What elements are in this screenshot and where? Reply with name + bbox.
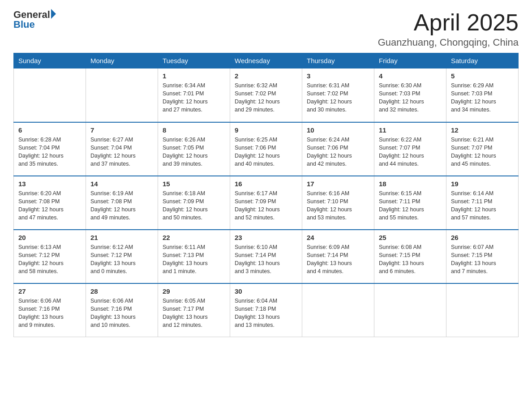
day-number: 7 — [90, 126, 153, 134]
calendar-cell: 8Sunrise: 6:26 AM Sunset: 7:05 PM Daylig… — [158, 122, 230, 176]
calendar-cell: 30Sunrise: 6:04 AM Sunset: 7:18 PM Dayli… — [230, 283, 302, 337]
day-number: 11 — [379, 126, 442, 134]
logo-blue: Blue — [13, 19, 56, 30]
calendar-header-wednesday: Wednesday — [230, 53, 302, 68]
calendar-cell — [302, 283, 374, 337]
day-number: 20 — [18, 234, 81, 241]
day-info: Sunrise: 6:26 AM Sunset: 7:05 PM Dayligh… — [163, 136, 225, 168]
day-info: Sunrise: 6:18 AM Sunset: 7:09 PM Dayligh… — [163, 189, 225, 222]
day-info: Sunrise: 6:06 AM Sunset: 7:16 PM Dayligh… — [18, 297, 81, 330]
day-info: Sunrise: 6:08 AM Sunset: 7:15 PM Dayligh… — [379, 243, 442, 276]
calendar-cell: 9Sunrise: 6:25 AM Sunset: 7:06 PM Daylig… — [230, 122, 302, 176]
calendar-cell: 23Sunrise: 6:10 AM Sunset: 7:14 PM Dayli… — [230, 230, 302, 283]
calendar-subtitle: Guanzhuang, Chongqing, China — [378, 37, 519, 48]
day-info: Sunrise: 6:17 AM Sunset: 7:09 PM Dayligh… — [235, 189, 297, 222]
calendar-header-saturday: Saturday — [446, 53, 519, 68]
day-number: 28 — [90, 287, 153, 295]
day-info: Sunrise: 6:32 AM Sunset: 7:02 PM Dayligh… — [235, 81, 297, 114]
calendar-header-thursday: Thursday — [302, 53, 374, 68]
calendar-cell: 5Sunrise: 6:29 AM Sunset: 7:03 PM Daylig… — [446, 68, 519, 122]
day-number: 17 — [307, 180, 369, 188]
calendar-cell: 3Sunrise: 6:31 AM Sunset: 7:02 PM Daylig… — [302, 68, 374, 122]
day-info: Sunrise: 6:19 AM Sunset: 7:08 PM Dayligh… — [90, 189, 153, 222]
calendar-cell — [374, 283, 446, 337]
calendar-header-tuesday: Tuesday — [158, 53, 230, 68]
day-info: Sunrise: 6:14 AM Sunset: 7:11 PM Dayligh… — [451, 189, 514, 222]
day-info: Sunrise: 6:11 AM Sunset: 7:13 PM Dayligh… — [163, 243, 225, 276]
day-number: 10 — [307, 126, 369, 134]
day-number: 24 — [307, 234, 369, 241]
day-number: 26 — [451, 234, 514, 241]
logo-triangle-icon — [51, 9, 56, 19]
day-info: Sunrise: 6:20 AM Sunset: 7:08 PM Dayligh… — [18, 189, 81, 222]
day-number: 27 — [18, 287, 81, 295]
calendar-title: April 2025 — [378, 9, 519, 36]
calendar-cell: 26Sunrise: 6:07 AM Sunset: 7:15 PM Dayli… — [446, 230, 519, 283]
day-info: Sunrise: 6:09 AM Sunset: 7:14 PM Dayligh… — [307, 243, 369, 276]
calendar-header-sunday: Sunday — [14, 53, 86, 68]
day-number: 3 — [307, 72, 369, 80]
day-number: 6 — [18, 126, 81, 134]
calendar-cell: 28Sunrise: 6:06 AM Sunset: 7:16 PM Dayli… — [86, 283, 158, 337]
day-number: 22 — [163, 234, 225, 241]
calendar-cell: 21Sunrise: 6:12 AM Sunset: 7:12 PM Dayli… — [86, 230, 158, 283]
page-header: General Blue April 2025 Guanzhuang, Chon… — [13, 9, 519, 48]
day-number: 4 — [379, 72, 442, 80]
day-number: 8 — [163, 126, 225, 134]
day-number: 5 — [451, 72, 514, 80]
calendar-cell: 24Sunrise: 6:09 AM Sunset: 7:14 PM Dayli… — [302, 230, 374, 283]
day-info: Sunrise: 6:05 AM Sunset: 7:17 PM Dayligh… — [163, 297, 225, 330]
calendar-week-3: 13Sunrise: 6:20 AM Sunset: 7:08 PM Dayli… — [14, 176, 519, 230]
calendar-cell — [86, 68, 158, 122]
day-number: 1 — [163, 72, 225, 80]
calendar-cell: 27Sunrise: 6:06 AM Sunset: 7:16 PM Dayli… — [14, 283, 86, 337]
calendar-header-friday: Friday — [374, 53, 446, 68]
day-info: Sunrise: 6:07 AM Sunset: 7:15 PM Dayligh… — [451, 243, 514, 276]
calendar-cell: 12Sunrise: 6:21 AM Sunset: 7:07 PM Dayli… — [446, 122, 519, 176]
calendar-cell: 16Sunrise: 6:17 AM Sunset: 7:09 PM Dayli… — [230, 176, 302, 230]
calendar-cell: 4Sunrise: 6:30 AM Sunset: 7:03 PM Daylig… — [374, 68, 446, 122]
day-info: Sunrise: 6:10 AM Sunset: 7:14 PM Dayligh… — [235, 243, 297, 276]
calendar-cell: 15Sunrise: 6:18 AM Sunset: 7:09 PM Dayli… — [158, 176, 230, 230]
calendar-header-row: SundayMondayTuesdayWednesdayThursdayFrid… — [14, 53, 519, 68]
day-info: Sunrise: 6:24 AM Sunset: 7:06 PM Dayligh… — [307, 136, 369, 168]
day-info: Sunrise: 6:29 AM Sunset: 7:03 PM Dayligh… — [451, 81, 514, 114]
day-number: 21 — [90, 234, 153, 241]
day-info: Sunrise: 6:16 AM Sunset: 7:10 PM Dayligh… — [307, 189, 369, 222]
day-number: 23 — [235, 234, 297, 241]
calendar-cell: 20Sunrise: 6:13 AM Sunset: 7:12 PM Dayli… — [14, 230, 86, 283]
calendar-week-1: 1Sunrise: 6:34 AM Sunset: 7:01 PM Daylig… — [14, 68, 519, 122]
day-info: Sunrise: 6:15 AM Sunset: 7:11 PM Dayligh… — [379, 189, 442, 222]
calendar-cell: 17Sunrise: 6:16 AM Sunset: 7:10 PM Dayli… — [302, 176, 374, 230]
day-number: 9 — [235, 126, 297, 134]
day-info: Sunrise: 6:12 AM Sunset: 7:12 PM Dayligh… — [90, 243, 153, 276]
day-info: Sunrise: 6:21 AM Sunset: 7:07 PM Dayligh… — [451, 136, 514, 168]
calendar-cell: 7Sunrise: 6:27 AM Sunset: 7:04 PM Daylig… — [86, 122, 158, 176]
day-number: 30 — [235, 287, 297, 295]
day-number: 16 — [235, 180, 297, 188]
day-info: Sunrise: 6:06 AM Sunset: 7:16 PM Dayligh… — [90, 297, 153, 330]
calendar-cell: 11Sunrise: 6:22 AM Sunset: 7:07 PM Dayli… — [374, 122, 446, 176]
day-info: Sunrise: 6:13 AM Sunset: 7:12 PM Dayligh… — [18, 243, 81, 276]
calendar-week-5: 27Sunrise: 6:06 AM Sunset: 7:16 PM Dayli… — [14, 283, 519, 337]
day-number: 19 — [451, 180, 514, 188]
calendar-cell: 13Sunrise: 6:20 AM Sunset: 7:08 PM Dayli… — [14, 176, 86, 230]
calendar-cell — [14, 68, 86, 122]
calendar-cell: 19Sunrise: 6:14 AM Sunset: 7:11 PM Dayli… — [446, 176, 519, 230]
day-number: 18 — [379, 180, 442, 188]
day-info: Sunrise: 6:22 AM Sunset: 7:07 PM Dayligh… — [379, 136, 442, 168]
calendar-cell: 14Sunrise: 6:19 AM Sunset: 7:08 PM Dayli… — [86, 176, 158, 230]
calendar-header-monday: Monday — [86, 53, 158, 68]
day-info: Sunrise: 6:31 AM Sunset: 7:02 PM Dayligh… — [307, 81, 369, 114]
day-number: 12 — [451, 126, 514, 134]
calendar-cell: 29Sunrise: 6:05 AM Sunset: 7:17 PM Dayli… — [158, 283, 230, 337]
day-info: Sunrise: 6:04 AM Sunset: 7:18 PM Dayligh… — [235, 297, 297, 330]
day-number: 15 — [163, 180, 225, 188]
day-number: 2 — [235, 72, 297, 80]
calendar-week-4: 20Sunrise: 6:13 AM Sunset: 7:12 PM Dayli… — [14, 230, 519, 283]
day-info: Sunrise: 6:34 AM Sunset: 7:01 PM Dayligh… — [163, 81, 225, 114]
day-number: 13 — [18, 180, 81, 188]
calendar-cell: 10Sunrise: 6:24 AM Sunset: 7:06 PM Dayli… — [302, 122, 374, 176]
day-info: Sunrise: 6:27 AM Sunset: 7:04 PM Dayligh… — [90, 136, 153, 168]
calendar-cell: 2Sunrise: 6:32 AM Sunset: 7:02 PM Daylig… — [230, 68, 302, 122]
